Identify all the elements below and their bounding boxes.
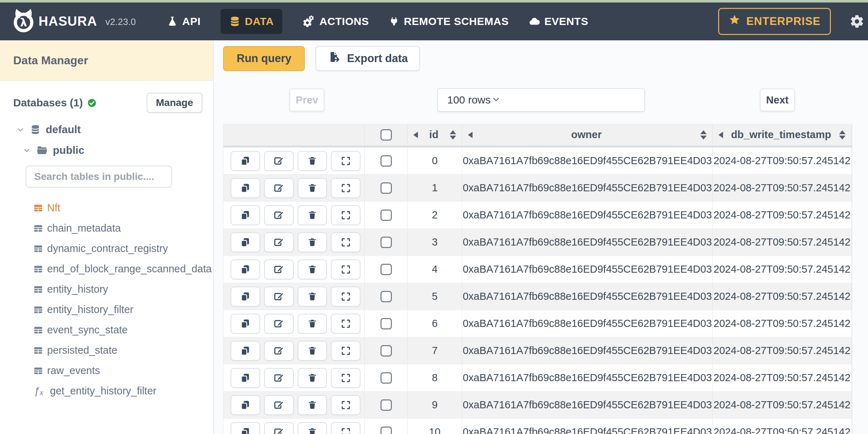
row-checkbox[interactable] xyxy=(380,291,392,302)
clone-row-button[interactable] xyxy=(231,341,260,361)
table-icon xyxy=(33,325,43,335)
row-checkbox[interactable] xyxy=(380,399,392,411)
clone-row-button[interactable] xyxy=(231,259,260,279)
sort-icon[interactable] xyxy=(700,130,707,140)
column-freeze-icon[interactable] xyxy=(413,132,418,138)
sidebar-table-item-Nft[interactable]: Nft xyxy=(0,198,213,218)
delete-row-button[interactable] xyxy=(298,395,327,415)
sidebar-table-item-chain_metadata[interactable]: chain_metadata xyxy=(0,218,213,238)
expand-row-button[interactable] xyxy=(331,368,360,388)
row-checkbox[interactable] xyxy=(380,372,392,384)
tree-item-default-database[interactable]: default xyxy=(16,123,213,136)
edit-row-button[interactable] xyxy=(264,178,294,198)
expand-row-button[interactable] xyxy=(331,422,360,434)
delete-row-button[interactable] xyxy=(298,422,327,434)
expand-row-button[interactable] xyxy=(331,232,360,252)
export-data-button[interactable]: Export data xyxy=(316,46,420,71)
delete-row-button[interactable] xyxy=(298,178,327,198)
expand-row-button[interactable] xyxy=(331,178,360,198)
clone-row-button[interactable] xyxy=(231,178,260,198)
row-checkbox[interactable] xyxy=(380,210,392,221)
nav-item-remote-schemas[interactable]: REMOTE SCHEMAS xyxy=(389,15,509,27)
column-freeze-icon[interactable] xyxy=(468,132,473,138)
database-icon xyxy=(30,124,41,135)
cell-id: 1 xyxy=(408,175,462,201)
nav-item-events[interactable]: EVENTS xyxy=(529,15,588,27)
enterprise-button[interactable]: ENTERPRISE xyxy=(718,8,831,35)
expand-row-button[interactable] xyxy=(331,259,360,279)
sidebar-table-item-event_sync_state[interactable]: event_sync_state xyxy=(0,320,213,340)
delete-row-button[interactable] xyxy=(298,205,327,225)
version-label[interactable]: v2.23.0 xyxy=(105,16,136,27)
settings-gear-icon[interactable] xyxy=(849,14,864,29)
delete-row-button[interactable] xyxy=(298,287,327,307)
clone-row-button[interactable] xyxy=(231,314,260,334)
cell-id: 9 xyxy=(408,392,462,418)
expand-row-button[interactable] xyxy=(331,395,360,415)
delete-row-button[interactable] xyxy=(298,232,327,252)
delete-row-button[interactable] xyxy=(298,259,327,279)
edit-row-button[interactable] xyxy=(264,232,294,252)
edit-row-button[interactable] xyxy=(264,422,294,434)
chevron-down-icon[interactable] xyxy=(22,146,31,155)
clone-row-button[interactable] xyxy=(231,151,260,171)
nav-item-api[interactable]: API xyxy=(167,15,201,27)
sidebar-function-item-get_entity_history_filter[interactable]: ƒₓ get_entity_history_filter xyxy=(0,381,213,401)
delete-row-button[interactable] xyxy=(298,368,327,388)
clone-row-button[interactable] xyxy=(231,287,260,307)
column-freeze-icon[interactable] xyxy=(718,132,723,138)
expand-row-button[interactable] xyxy=(331,151,360,171)
delete-row-button[interactable] xyxy=(298,341,327,361)
clone-row-button[interactable] xyxy=(231,368,260,388)
select-all-checkbox[interactable] xyxy=(380,129,392,141)
column-header-owner[interactable]: owner xyxy=(462,124,713,146)
sidebar-table-item-entity_history_filter[interactable]: entity_history_filter xyxy=(0,299,213,320)
delete-row-button[interactable] xyxy=(298,314,327,334)
edit-row-button[interactable] xyxy=(264,314,294,334)
column-header-db_write_timestamp[interactable]: db_write_timestamp xyxy=(713,124,852,146)
nav-item-data[interactable]: DATA xyxy=(221,9,282,34)
prev-page-button[interactable]: Prev xyxy=(289,89,324,111)
manage-button[interactable]: Manage xyxy=(147,93,202,113)
sidebar-table-item-end_of_block_range_scanned_data[interactable]: end_of_block_range_scanned_data xyxy=(0,259,213,279)
sort-icon[interactable] xyxy=(450,130,456,140)
row-checkbox[interactable] xyxy=(380,427,392,434)
clone-row-button[interactable] xyxy=(231,422,260,434)
top-nav: λ HASURA v2.23.0 API DATA xyxy=(0,2,868,40)
edit-row-button[interactable] xyxy=(264,151,294,171)
row-checkbox[interactable] xyxy=(380,345,392,357)
sidebar-table-item-persisted_state[interactable]: persisted_state xyxy=(0,340,213,360)
nav-item-actions[interactable]: ACTIONS xyxy=(302,15,369,28)
edit-row-button[interactable] xyxy=(264,368,294,388)
edit-row-button[interactable] xyxy=(264,395,294,415)
sidebar-table-item-raw_events[interactable]: raw_events xyxy=(0,360,213,381)
clone-row-button[interactable] xyxy=(231,395,260,415)
sort-icon[interactable] xyxy=(839,130,846,140)
expand-row-button[interactable] xyxy=(331,314,360,334)
edit-row-button[interactable] xyxy=(264,205,294,225)
row-checkbox[interactable] xyxy=(380,264,392,275)
expand-row-button[interactable] xyxy=(331,341,360,361)
run-query-button[interactable]: Run query xyxy=(223,46,305,71)
edit-row-button[interactable] xyxy=(264,259,294,279)
row-checkbox[interactable] xyxy=(380,318,392,329)
tree-item-public-schema[interactable]: public xyxy=(22,144,213,156)
hasura-logo[interactable]: λ HASURA v2.23.0 xyxy=(12,8,136,35)
clone-row-button[interactable] xyxy=(231,232,260,252)
row-checkbox[interactable] xyxy=(380,155,392,167)
next-page-button[interactable]: Next xyxy=(760,89,795,111)
edit-row-button[interactable] xyxy=(264,287,294,307)
chevron-down-icon[interactable] xyxy=(16,125,25,134)
expand-row-button[interactable] xyxy=(331,205,360,225)
edit-row-button[interactable] xyxy=(264,341,294,361)
delete-row-button[interactable] xyxy=(298,151,327,171)
sidebar-table-item-entity_history[interactable]: entity_history xyxy=(0,279,213,299)
expand-row-button[interactable] xyxy=(331,287,360,307)
table-search-input[interactable] xyxy=(26,166,172,188)
sidebar-table-item-dynamic_contract_registry[interactable]: dynamic_contract_registry xyxy=(0,238,213,259)
column-header-id[interactable]: id xyxy=(408,124,462,146)
rows-per-page-select[interactable]: 100 rows xyxy=(437,88,645,112)
row-checkbox[interactable] xyxy=(380,182,392,194)
clone-row-button[interactable] xyxy=(231,205,260,225)
row-checkbox[interactable] xyxy=(380,237,392,248)
